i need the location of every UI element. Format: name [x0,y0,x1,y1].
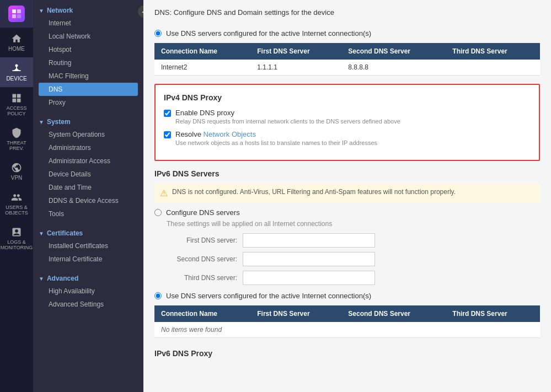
ipv4-dns-radio-label: Use DNS servers configured for the activ… [166,29,371,37]
nav-home[interactable]: HOME [0,28,33,57]
ipv4-proxy-title: IPv4 DNS Proxy [164,93,531,102]
brand-logo [0,0,33,28]
col-connection-name: Connection Name [154,43,250,60]
col-first-dns: First DNS Server [250,43,341,60]
second-dns-label: Second DNS server: [165,255,243,263]
no-items-text: No items were found [161,326,222,334]
enable-dns-proxy-option: Enable DNS proxy Relay DNS requests from… [164,109,531,125]
sidebar-item-hotspot[interactable]: Hotspot [39,43,138,56]
ipv4-dns-radio-option[interactable]: Use DNS servers configured for the activ… [154,29,540,37]
sidebar-section-advanced-title[interactable]: ▼ Advanced [39,272,138,284]
nav-logs-monitoring[interactable]: LOGS & MONITORING [0,221,33,256]
sidebar-section-advanced: ▼ Advanced High Availability Advanced Se… [33,268,143,313]
ipv6-proxy-title: IPv6 DNS Proxy [154,346,540,358]
ipv6-warning: ⚠ DNS is not configured. Anti-Virus, URL… [154,184,540,203]
sidebar-section-network-title[interactable]: ▼ Network [39,4,138,17]
main-content: DNS: Configure DNS and Domain settings f… [143,0,551,392]
sidebar-item-routing[interactable]: Routing [39,56,138,69]
brand-icon [8,6,25,22]
left-navigation: HOME DEVICE ACCESS POLICY THREAT PREV. V… [0,0,33,392]
sidebar-item-ddns[interactable]: DDNS & Device Access [39,194,138,207]
advanced-arrow-icon: ▼ [39,276,44,282]
nav-vpn-label: VPN [11,175,23,181]
sidebar-item-mac-filtering[interactable]: MAC Filtering [39,69,138,83]
ipv6-configure-label: Configure DNS servers [166,208,240,217]
ipv6-dns-radio-option[interactable]: Use DNS servers configured for the activ… [154,292,540,300]
sidebar-section-system: ▼ System System Operations Administrator… [33,111,143,223]
ipv6-configure-radio-option[interactable]: Configure DNS servers [154,208,540,217]
nav-users-label: USERS & OBJECTS [3,205,30,216]
nav-device-label: DEVICE [6,76,26,82]
nav-access-policy[interactable]: ACCESS POLICY [0,87,33,122]
first-dns-server-group: First DNS server: [154,233,540,248]
sidebar-item-tools[interactable]: Tools [39,207,138,221]
sidebar-item-advanced-settings[interactable]: Advanced Settings [39,298,138,311]
ipv6-configure-radio[interactable] [154,209,162,216]
sidebar-item-installed-certs[interactable]: Installed Certificates [39,239,138,253]
warning-text: DNS is not configured. Anti-Virus, URL F… [172,188,456,196]
resolve-label: Resolve Network Objects [175,130,377,138]
sidebar-section-certificates: ▼ Certificates Installed Certificates In… [33,223,143,268]
col-second-dns: Second DNS Server [341,43,446,60]
network-arrow-icon: ▼ [39,8,44,14]
nav-vpn[interactable]: VPN [0,157,33,186]
first-dns-input[interactable] [243,233,375,248]
third-dns-server-group: Third DNS server: [154,271,540,285]
ipv4-dns-proxy-box: IPv4 DNS Proxy Enable DNS proxy Relay DN… [154,84,540,161]
sidebar-item-system-operations[interactable]: System Operations [39,128,138,141]
sidebar-item-local-network[interactable]: Local Network [39,30,138,43]
warning-icon: ⚠ [160,188,168,198]
network-objects-link[interactable]: Network Objects [204,130,256,138]
third-dns-label: Third DNS server: [165,274,243,282]
cell-connection-name: Internet2 [154,60,250,76]
sidebar-section-system-title[interactable]: ▼ System [39,116,138,128]
nav-threat-label: THREAT PREV. [3,140,30,151]
enable-dns-proxy-desc: Relay DNS requests from internal network… [175,118,400,125]
sidebar-item-administrators[interactable]: Administrators [39,141,138,154]
nav-logs-label: LOGS & MONITORING [1,239,33,250]
sidebar-item-dns[interactable]: DNS [39,83,138,96]
enable-dns-proxy-label: Enable DNS proxy [175,109,400,117]
sidebar-section-certificates-title[interactable]: ▼ Certificates [39,227,138,239]
first-dns-label: First DNS server: [165,237,243,244]
resolve-network-objects-checkbox[interactable] [164,131,171,138]
ipv6-section-title: IPv6 DNS Servers [154,169,540,178]
nav-threat-prevention[interactable]: THREAT PREV. [0,122,33,157]
ipv6-dns-active-radio[interactable] [154,292,162,299]
sidebar-item-high-availability[interactable]: High Availability [39,284,138,298]
enable-dns-proxy-checkbox[interactable] [164,110,171,117]
ipv6-dns-radio-label: Use DNS servers configured for the activ… [166,292,371,300]
second-dns-input[interactable] [243,252,375,266]
ipv4-dns-table: Connection Name First DNS Server Second … [154,43,540,76]
sidebar-item-internal-cert[interactable]: Internal Certificate [39,253,138,266]
nav-device[interactable]: DEVICE [0,57,33,87]
table-row: Internet2 1.1.1.1 8.8.8.8 [154,60,540,76]
third-dns-input[interactable] [243,271,375,285]
certificates-arrow-icon: ▼ [39,230,44,237]
sidebar-item-proxy[interactable]: Proxy [39,96,138,109]
system-arrow-icon: ▼ [39,119,44,125]
sidebar-item-administrator-access[interactable]: Administrator Access [39,154,138,168]
ipv6-dns-table: Connection Name First DNS Server Second … [154,305,540,338]
cell-second-dns: 8.8.8.8 [341,60,446,76]
resolve-desc: Use network objects as a hosts list to t… [175,139,377,146]
col-third-dns: Third DNS Server [446,43,540,60]
ipv6-col-first-dns: First DNS Server [250,305,341,322]
resolve-network-objects-option: Resolve Network Objects Use network obje… [164,130,531,146]
nav-access-policy-label: ACCESS POLICY [3,105,30,116]
page-description: DNS: Configure DNS and Domain settings f… [154,8,540,21]
sidebar-item-internet[interactable]: Internet [39,17,138,30]
ipv6-configure-desc: These settings will be applied on all In… [154,220,540,228]
sidebar-section-network: ▼ Network Internet Local Network Hotspot… [33,0,143,111]
svg-rect-1 [17,9,21,13]
svg-rect-2 [12,14,16,18]
cell-first-dns: 1.1.1.1 [250,60,341,76]
sidebar-item-date-time[interactable]: Date and Time [39,181,138,194]
ipv6-col-connection-name: Connection Name [154,305,250,322]
sidebar-item-device-details[interactable]: Device Details [39,168,138,181]
ipv4-dns-radio[interactable] [154,30,162,37]
nav-users-objects[interactable]: USERS & OBJECTS [0,186,33,221]
svg-rect-0 [12,9,16,13]
qs-icon [11,8,22,19]
ipv6-col-third-dns: Third DNS Server [446,305,540,322]
